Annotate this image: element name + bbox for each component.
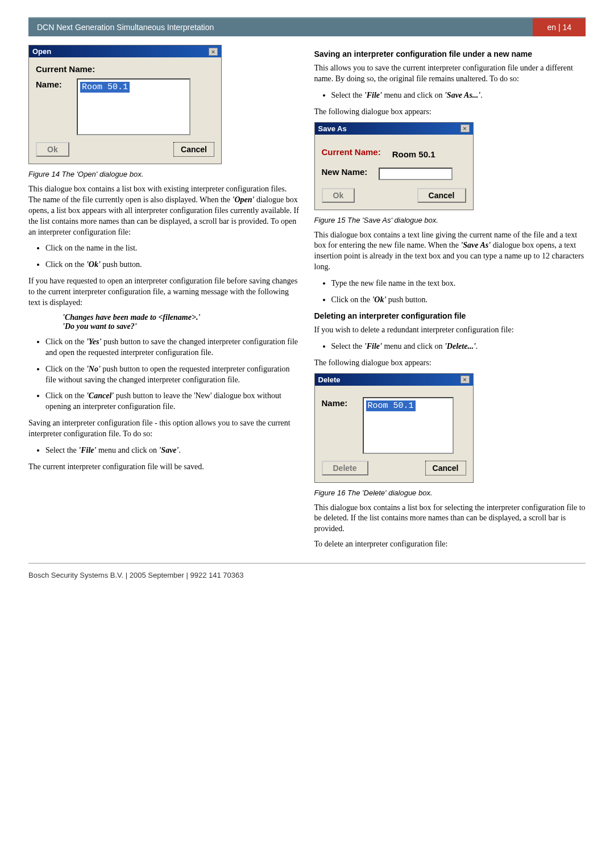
list-item: Select the 'File' menu and click on 'Del… (331, 341, 586, 352)
close-icon[interactable]: × (209, 48, 218, 56)
name-label: Name: (322, 397, 356, 408)
open-dialog-titlebar: Open × (29, 45, 221, 57)
figure-caption: Figure 16 The 'Delete' dialogue box. (314, 489, 586, 497)
current-name-label: Current Name: (322, 147, 381, 157)
paragraph: If you have requested to open an interpr… (28, 276, 300, 308)
figure-caption: Figure 15 The 'Save As' dialogue box. (314, 216, 586, 224)
page-footer: Bosch Security Systems B.V. | 2005 Septe… (28, 568, 586, 579)
cancel-button[interactable]: Cancel (425, 461, 466, 475)
list-item: Click on the name in the list. (45, 243, 300, 254)
saveas-dialog: Save As × Current Name: Room 50.1 New Na… (314, 122, 474, 210)
list-item[interactable]: Room 50.1 (80, 82, 130, 93)
list-item: Click on the 'Yes' push button to save t… (45, 337, 300, 358)
current-name-value: Room 50.1 (392, 149, 435, 159)
paragraph: This dialogue box contains a list box fo… (314, 503, 586, 535)
delete-dialog: Delete × Name: Room 50.1 Delete Cancel (314, 373, 474, 483)
ok-button[interactable]: Ok (36, 142, 69, 157)
current-name-label: Current Name: (36, 64, 214, 74)
open-dialog-title: Open (32, 47, 51, 56)
list-item: Click on the 'Ok' push button. (45, 260, 300, 270)
section-heading: Deleting an interpreter configuration fi… (314, 311, 586, 320)
ok-button[interactable]: Ok (322, 188, 355, 203)
delete-dialog-titlebar: Delete × (315, 374, 473, 386)
list-item: Select the 'File' menu and click on 'Sav… (45, 445, 300, 456)
cancel-button[interactable]: Cancel (173, 142, 214, 157)
paragraph: This dialogue box contains a list box wi… (28, 184, 300, 237)
delete-file-listbox[interactable]: Room 50.1 (363, 397, 454, 454)
quote-text: 'Changes have been made to <filename>.' (63, 313, 300, 322)
open-dialog: Open × Current Name: Name: Room 50.1 Ok … (28, 45, 222, 164)
close-icon[interactable]: × (460, 124, 470, 132)
saveas-dialog-title: Save As (318, 124, 347, 133)
delete-button[interactable]: Delete (322, 461, 368, 475)
page-header: DCN Next Generation Simultaneous Interpr… (28, 17, 586, 36)
list-item: Click on the 'No' push button to open th… (45, 364, 300, 386)
quote-text: 'Do you want to save?' (63, 322, 300, 331)
header-title: DCN Next Generation Simultaneous Interpr… (37, 23, 214, 32)
list-item: Select the 'File' menu and click on 'Sav… (331, 90, 586, 101)
new-name-input[interactable] (379, 168, 453, 180)
paragraph: The following dialogue box appears: (314, 358, 586, 369)
cancel-button[interactable]: Cancel (417, 188, 466, 203)
paragraph: If you wish to delete a redundant interp… (314, 325, 586, 336)
paragraph: To delete an interpreter configuration f… (314, 539, 586, 550)
delete-dialog-title: Delete (318, 375, 341, 384)
saveas-dialog-titlebar: Save As × (315, 123, 473, 135)
paragraph: Saving an interpreter configuration file… (28, 418, 300, 440)
list-item: Click on the 'Cancel' push button to lea… (45, 391, 300, 412)
paragraph: This dialogue box contains a text line g… (314, 230, 586, 273)
paragraph: The following dialogue box appears: (314, 107, 586, 118)
section-heading: Saving an interpreter configuration file… (314, 49, 586, 59)
list-item: Type the new file name in the text box. (331, 278, 586, 289)
open-file-listbox[interactable]: Room 50.1 (77, 78, 190, 135)
header-page-number: en | 14 (533, 18, 586, 36)
paragraph: The current interpreter configuration fi… (28, 462, 300, 473)
list-item[interactable]: Room 50.1 (366, 400, 416, 411)
list-item: Click on the 'Ok' push button. (331, 295, 586, 306)
name-label: Name: (36, 78, 70, 89)
new-name-label: New Name: (322, 167, 368, 177)
paragraph: This allows you to save the current inte… (314, 63, 586, 85)
close-icon[interactable]: × (460, 375, 470, 383)
figure-caption: Figure 14 The 'Open' dialogue box. (28, 170, 300, 178)
